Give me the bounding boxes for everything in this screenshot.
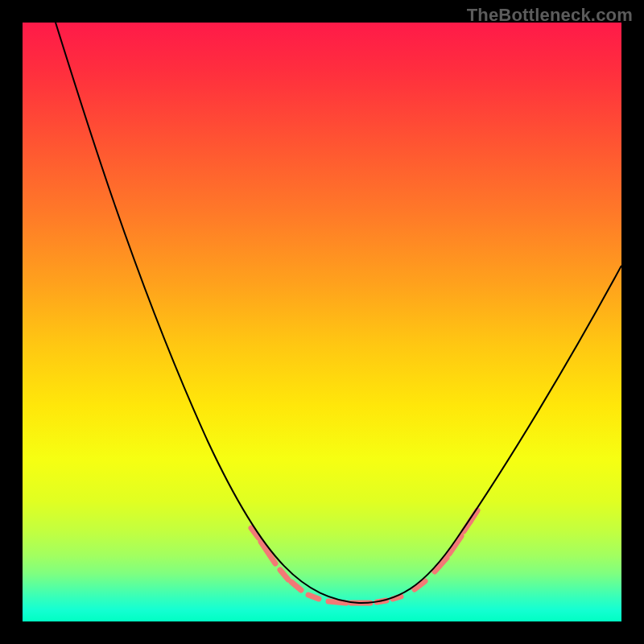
highlight-segment [291,582,301,590]
highlight-segment [308,595,319,599]
curve-group [31,23,621,603]
chart-stage: TheBottleneck.com [0,0,644,644]
chart-svg [23,23,621,621]
highlight-segment [449,536,461,554]
chart-plot-area [23,23,621,621]
highlight-segment [280,570,288,580]
watermark-label: TheBottleneck.com [467,5,633,26]
curve-line [31,23,621,603]
